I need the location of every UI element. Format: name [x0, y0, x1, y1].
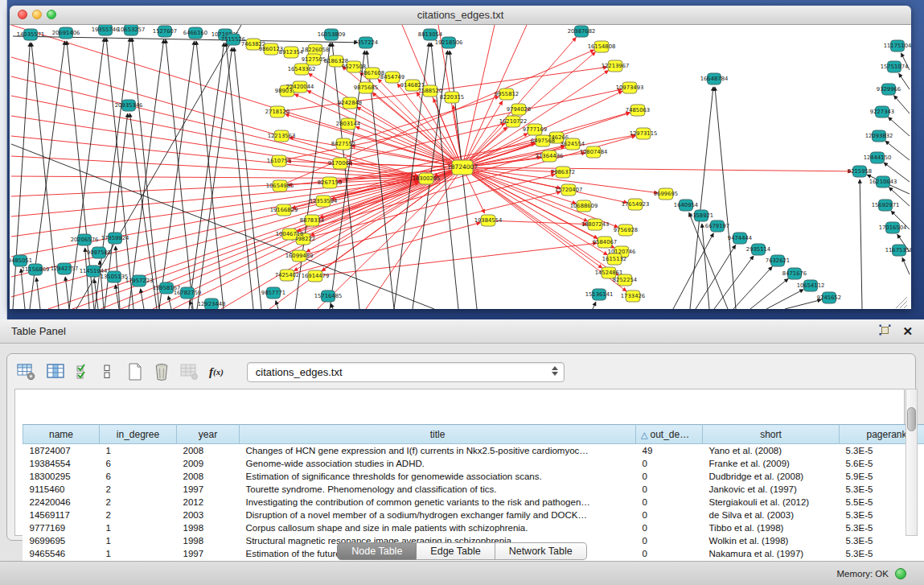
table-row[interactable]: 2242004622012Investigating the contribut… [23, 496, 924, 509]
graph-node[interactable]: 2803144 [336, 118, 360, 130]
table-row[interactable]: 977716911998Corpus callosum shape and si… [23, 521, 924, 534]
graph-node[interactable]: 2935114 [746, 244, 770, 255]
graph-node[interactable]: 6466160 [183, 27, 207, 39]
column-header-short[interactable]: short [703, 425, 840, 444]
graph-node[interactable]: 7632621 [766, 255, 790, 266]
graph-node[interactable]: 15720407 [555, 184, 583, 196]
close-panel-icon[interactable]: ✕ [902, 325, 913, 338]
table-row[interactable]: 1938455462009Genome-wide association stu… [23, 457, 924, 470]
table-cell[interactable]: Genome-wide association studies in ADHD. [240, 457, 636, 470]
graph-node[interactable]: 9955812 [495, 89, 519, 100]
column-header-out_de[interactable]: △out_de… [636, 425, 703, 444]
column-header-name[interactable]: name [23, 425, 100, 444]
table-cell[interactable]: 0 [636, 470, 703, 483]
graph-node[interactable]: 8220315 [440, 92, 464, 103]
graph-node[interactable]: 9097588 [87, 247, 111, 258]
tab-edge-table[interactable]: Edge Table [417, 542, 495, 560]
table-cell[interactable]: 2 [100, 509, 177, 521]
table-cell[interactable]: 0 [636, 521, 703, 534]
graph-node[interactable]: 19166829 [270, 204, 298, 216]
graph-node[interactable]: 17654923 [622, 199, 650, 210]
graph-node[interactable]: 9699695 [654, 188, 678, 200]
graph-node[interactable]: 12213967 [602, 60, 630, 72]
table-cell[interactable]: 1 [100, 444, 177, 458]
table-cell[interactable]: 19384554 [23, 457, 100, 470]
tab-node-table[interactable]: Node Table [337, 542, 417, 560]
graph-node[interactable]: 1527607 [153, 26, 177, 37]
table-cell[interactable]: Jankovic et al. (1997) [703, 483, 840, 496]
table-cell[interactable]: Corpus callosum shape and size in male p… [240, 521, 636, 534]
graph-node[interactable]: 16053809 [318, 29, 346, 40]
table-cell[interactable]: Investigating the contribution of common… [240, 496, 636, 509]
graph-node[interactable]: 20206576 [71, 234, 99, 245]
graph-node[interactable]: 1733426 [621, 290, 645, 302]
graph-node[interactable]: 10807484 [580, 146, 608, 158]
table-cell[interactable]: 2 [100, 483, 177, 496]
table-cell[interactable]: 1998 [177, 521, 240, 534]
table-row[interactable]: 911546021997Tourette syndrome. Phenomeno… [23, 483, 924, 496]
graph-node[interactable]: 7425402 [275, 270, 299, 281]
graph-node[interactable]: 17957223 [125, 275, 154, 286]
graph-node[interactable]: 19384554 [474, 215, 503, 226]
graph-node[interactable]: 7357224 [354, 37, 378, 48]
graph-node[interactable]: 10973493 [616, 82, 644, 93]
graph-node[interactable]: 9227343 [870, 106, 894, 117]
graph-node[interactable]: 9358921 [689, 210, 713, 221]
graph-node[interactable]: 19355746 [92, 25, 120, 35]
graph-node[interactable]: 10653257 [117, 25, 146, 35]
table-selector-dropdown[interactable]: citations_edges.txt [247, 362, 565, 382]
table-row[interactable]: 1830029562008Estimation of significance … [23, 470, 924, 483]
graph-node[interactable]: 15136141 [585, 289, 614, 300]
graph-node[interactable]: 9794028 [507, 104, 531, 115]
function-builder-icon[interactable]: f(x) [209, 361, 224, 382]
graph-node[interactable]: 1640954 [674, 200, 698, 211]
table-row[interactable]: 1872400712008Changes of HCN gene express… [23, 444, 924, 458]
window-titlebar[interactable]: citations_edges.txt [10, 6, 911, 25]
table-cell[interactable]: 2008 [177, 444, 240, 458]
graph-node[interactable]: 8878334 [300, 215, 324, 226]
graph-node[interactable]: 9756928 [614, 225, 638, 236]
table-row[interactable]: 1456911722003Disruption of a novel membe… [23, 509, 924, 521]
graph-node[interactable]: 21364436 [536, 150, 564, 162]
table-cell[interactable]: 2009 [177, 457, 240, 470]
table-cell[interactable]: Changes of HCN gene expression and I(f) … [240, 444, 636, 458]
resize-grip-icon[interactable] [904, 305, 907, 308]
graph-node[interactable]: 19218506 [435, 37, 463, 48]
graph-node[interactable]: 9474444 [728, 233, 752, 244]
table-cell[interactable]: 14569117 [23, 509, 100, 521]
table-cell[interactable]: 0 [636, 496, 703, 509]
resize-grip-icon[interactable] [900, 301, 907, 308]
graph-node[interactable]: 16648784 [700, 73, 729, 84]
table-cell[interactable]: 1 [100, 521, 177, 534]
graph-node[interactable]: 11675358 [885, 245, 911, 256]
table-settings-icon[interactable] [17, 361, 36, 382]
table-cell[interactable]: 2 [100, 496, 177, 509]
graph-node[interactable]: 9485051 [10, 255, 32, 266]
graph-node[interactable]: 8813054 [418, 29, 442, 40]
graph-node[interactable]: 12923448 [198, 299, 226, 309]
float-panel-icon[interactable] [879, 324, 891, 339]
graph-node[interactable]: 14035571 [17, 29, 45, 40]
table-cell[interactable]: de Silva et al. (2003) [703, 509, 840, 521]
select-columns-icon[interactable] [76, 361, 92, 382]
graph-node[interactable]: 15692971 [872, 200, 900, 211]
table-cell[interactable]: 49 [636, 444, 703, 458]
table-cell[interactable]: 0 [636, 509, 703, 521]
table-cell[interactable]: 18724007 [23, 444, 100, 458]
table-cell[interactable]: 9777169 [23, 521, 100, 534]
table-cell[interactable]: Stergiakouli et al. (2012) [703, 496, 840, 509]
graph-node[interactable]: 9777169 [523, 124, 547, 135]
graph-node[interactable]: 12444150 [864, 152, 892, 163]
graph-node[interactable]: 17359924 [101, 233, 129, 244]
graph-node[interactable]: 10654112 [797, 280, 825, 291]
table-cell[interactable]: Estimation of significance thresholds fo… [240, 470, 636, 483]
table-cell[interactable]: 6 [100, 470, 177, 483]
scrollbar-thumb[interactable] [907, 407, 916, 431]
column-settings-icon[interactable] [47, 361, 65, 382]
column-header-in_degree[interactable]: in_degree [100, 425, 177, 444]
table-cell[interactable]: 18300295 [23, 470, 100, 483]
table-cell[interactable]: 0 [636, 483, 703, 496]
graph-node[interactable]: 16914479 [302, 270, 330, 282]
table-cell[interactable]: Tourette syndrome. Phenomenology and cla… [240, 483, 636, 496]
column-header-title[interactable]: title [240, 425, 636, 444]
